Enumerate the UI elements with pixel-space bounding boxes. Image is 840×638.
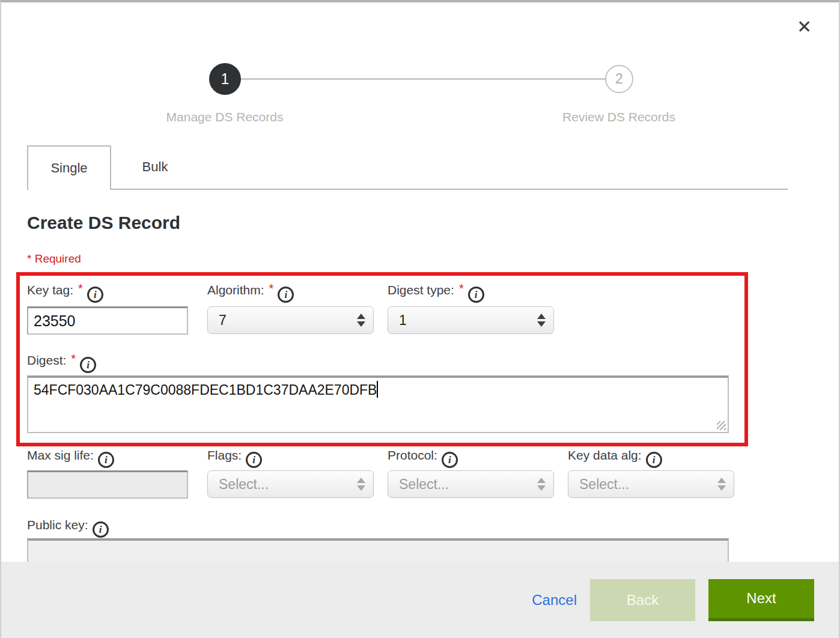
tab-single[interactable]: Single <box>27 145 111 190</box>
info-icon[interactable]: i <box>93 521 109 538</box>
flags-label: Flags:i <box>207 448 262 468</box>
back-button[interactable]: Back <box>590 579 695 621</box>
tab-bulk[interactable]: Bulk <box>111 145 199 189</box>
flags-label-text: Flags: <box>207 448 242 462</box>
step-2-circle: 2 <box>605 65 633 93</box>
info-icon[interactable]: i <box>246 452 262 468</box>
public-key-label: Public key:i <box>27 518 109 538</box>
digest-type-select-value: 1 <box>399 312 407 329</box>
protocol-select-value: Select... <box>399 476 449 493</box>
required-asterisk: * <box>78 282 83 295</box>
select-spinner-icon <box>537 478 546 491</box>
next-button[interactable]: Next <box>708 579 814 621</box>
resize-handle[interactable] <box>717 421 726 430</box>
max-sig-life-input[interactable] <box>27 470 188 499</box>
tab-bar: Single Bulk <box>27 145 788 190</box>
required-asterisk: * <box>71 352 76 365</box>
step-2-label: Review DS Records <box>523 110 715 124</box>
modal-footer: Cancel Back Next <box>1 562 839 638</box>
page-title: Create DS Record <box>27 213 180 233</box>
cancel-button[interactable]: Cancel <box>532 592 577 609</box>
select-spinner-icon <box>717 478 726 491</box>
algorithm-select[interactable]: 7 <box>207 306 374 334</box>
key-tag-label: Key tag:*i <box>27 283 103 303</box>
info-icon[interactable]: i <box>442 452 458 468</box>
required-asterisk: * <box>269 282 274 295</box>
required-note: * Required <box>27 252 81 266</box>
protocol-label: Protocol:i <box>388 448 458 468</box>
protocol-select[interactable]: Select... <box>388 470 554 498</box>
flags-select-value: Select... <box>219 476 269 493</box>
key-tag-input[interactable] <box>27 306 188 335</box>
key-data-alg-select-value: Select... <box>579 476 629 493</box>
max-sig-life-label-text: Max sig life: <box>27 448 94 462</box>
info-icon[interactable]: i <box>646 452 662 468</box>
key-data-alg-select[interactable]: Select... <box>568 470 734 498</box>
text-cursor <box>377 381 378 398</box>
algorithm-label-text: Algorithm: <box>207 283 264 297</box>
digest-label-text: Digest: <box>27 353 66 367</box>
max-sig-life-label: Max sig life:i <box>27 448 114 468</box>
algorithm-select-value: 7 <box>219 312 227 329</box>
key-data-alg-label: Key data alg:i <box>568 448 662 468</box>
digest-type-label: Digest type:*i <box>388 283 484 303</box>
step-1-circle: 1 <box>209 63 241 95</box>
select-spinner-icon <box>357 478 365 491</box>
info-icon[interactable]: i <box>278 287 294 303</box>
select-spinner-icon <box>537 314 546 327</box>
key-data-alg-label-text: Key data alg: <box>568 448 642 462</box>
flags-select[interactable]: Select... <box>207 470 374 498</box>
close-icon[interactable]: ✕ <box>797 18 812 36</box>
digest-type-label-text: Digest type: <box>388 283 454 297</box>
protocol-label-text: Protocol: <box>388 448 437 462</box>
info-icon[interactable]: i <box>468 287 484 303</box>
info-icon[interactable]: i <box>87 287 103 303</box>
stepper-connector-line <box>240 78 606 80</box>
digest-textarea[interactable]: 54FCF030AA1C79C0088FDEC1BD1C37DAA2E70DFB <box>27 375 729 433</box>
create-ds-record-modal: ✕ 1 2 Manage DS Records Review DS Record… <box>0 0 840 638</box>
digest-type-select[interactable]: 1 <box>388 306 554 334</box>
select-spinner-icon <box>357 314 365 327</box>
digest-value: 54FCF030AA1C79C0088FDEC1BD1C37DAA2E70DFB <box>34 382 377 398</box>
required-asterisk: * <box>459 282 464 295</box>
key-tag-label-text: Key tag: <box>27 283 73 297</box>
step-1-label: Manage DS Records <box>129 110 321 124</box>
algorithm-label: Algorithm:*i <box>207 283 294 303</box>
digest-label: Digest:*i <box>27 353 96 373</box>
public-key-label-text: Public key: <box>27 518 88 532</box>
info-icon[interactable]: i <box>98 452 114 468</box>
info-icon[interactable]: i <box>80 357 96 373</box>
